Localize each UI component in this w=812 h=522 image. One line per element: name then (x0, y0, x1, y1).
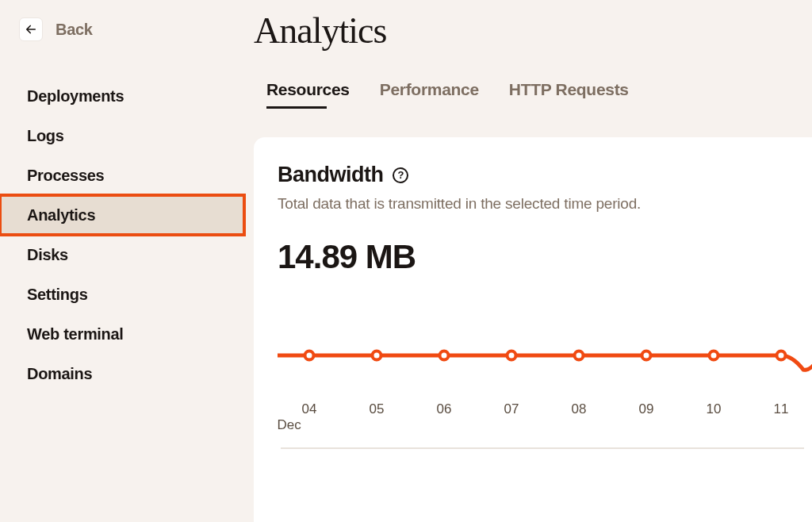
tab-resources[interactable]: Resources (266, 80, 350, 107)
sidebar-item-processes[interactable]: Processes (0, 155, 244, 195)
bandwidth-total: 14.89 MB (278, 238, 812, 276)
page-title: Analytics (254, 10, 812, 52)
arrow-left-icon (24, 22, 38, 36)
sidebar-item-analytics[interactable]: Analytics (0, 195, 244, 235)
sidebar-item-label: Analytics (27, 206, 95, 225)
chart-point (373, 351, 381, 360)
chart-point (642, 351, 651, 360)
bandwidth-card: Bandwidth ? Total data that is transmitt… (254, 137, 812, 522)
chart-point (305, 351, 314, 360)
sidebar-item-web-terminal[interactable]: Web terminal (0, 314, 244, 354)
tab-performance[interactable]: Performance (380, 80, 479, 107)
back-button[interactable] (19, 17, 43, 41)
sidebar-item-label: Domains (27, 365, 92, 383)
tab-http-requests[interactable]: HTTP Requests (509, 80, 629, 107)
sidebar-item-label: Settings (27, 286, 88, 304)
x-tick: 10 (680, 401, 748, 433)
sidebar-item-label: Logs (27, 127, 64, 145)
sidebar-item-domains[interactable]: Domains (0, 354, 244, 393)
sidebar-item-logs[interactable]: Logs (0, 116, 244, 155)
sidebar-item-label: Web terminal (27, 325, 124, 344)
chart-point (508, 351, 516, 360)
bandwidth-chart: 04Dec05060708091011 (278, 340, 812, 433)
x-tick: 11 (748, 401, 813, 433)
x-tick: 07 (478, 401, 546, 433)
card-description: Total data that is transmitted in the se… (278, 195, 812, 213)
help-icon[interactable]: ? (393, 167, 408, 183)
chart-point (575, 351, 584, 360)
divider (281, 447, 804, 449)
chart-point (440, 351, 449, 360)
sidebar-nav: DeploymentsLogsProcessesAnalyticsDisksSe… (0, 76, 244, 393)
chart-point (710, 351, 718, 360)
x-tick: 04Dec (276, 401, 343, 433)
chart-point (777, 351, 786, 360)
x-tick: 08 (546, 401, 613, 433)
chart-line (278, 340, 812, 370)
sidebar-item-deployments[interactable]: Deployments (0, 76, 244, 116)
sidebar-item-disks[interactable]: Disks (0, 235, 244, 274)
x-tick: 06 (411, 401, 478, 433)
back-label: Back (56, 21, 93, 39)
x-tick: 05 (343, 401, 411, 433)
sidebar-item-label: Deployments (27, 87, 124, 106)
tabs: ResourcesPerformanceHTTP Requests (254, 80, 812, 107)
sidebar-item-label: Disks (27, 246, 68, 264)
x-tick: 09 (613, 401, 680, 433)
sidebar-item-settings[interactable]: Settings (0, 274, 244, 314)
card-title: Bandwidth (278, 163, 383, 187)
sidebar-item-label: Processes (27, 167, 104, 185)
x-axis-labels: 04Dec05060708091011 (278, 401, 812, 433)
